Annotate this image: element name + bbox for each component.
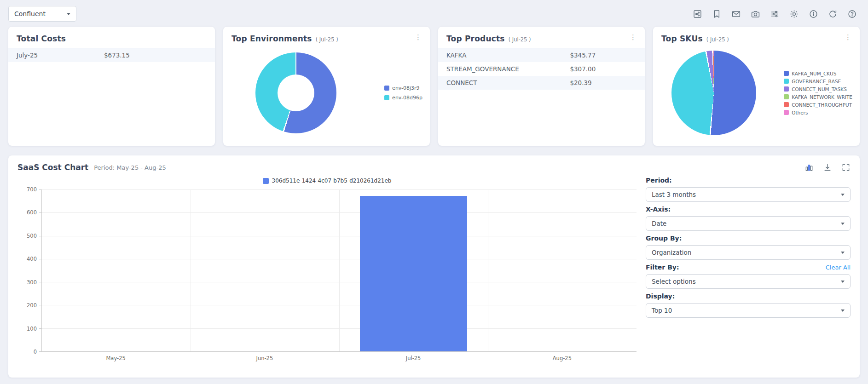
card-period-label: ( Jul-25 ) (706, 36, 729, 43)
y-tick-label: 0 (34, 349, 37, 355)
topbar: Confluent (0, 0, 868, 27)
mail-icon[interactable] (731, 9, 741, 19)
saas-chart-legend[interactable]: 306d511e-1424-4c07-b7b5-d210261d21eb (17, 178, 637, 184)
legend-label: KAFKA_NUM_CKUS (792, 71, 836, 76)
display-select-value: Top 10 (652, 307, 672, 314)
saas-chart-title: SaaS Cost Chart (17, 163, 88, 172)
row-label: KAFKA (446, 52, 570, 59)
kebab-menu-icon[interactable]: ⋮ (415, 34, 422, 41)
download-icon[interactable] (823, 163, 832, 172)
group-by-label: Group By: (646, 235, 851, 242)
legend-item[interactable]: CONNECT_NUM_TASKS (784, 86, 852, 92)
toolbar-icon-row (693, 9, 857, 19)
filter-by-label: Filter By: (646, 264, 679, 271)
chart-controls-panel: Period: Last 3 months X-Axis: Date Group… (646, 176, 851, 361)
y-tick-label: 400 (27, 256, 37, 262)
bar-Jul-25[interactable] (360, 196, 467, 351)
fullscreen-icon[interactable] (841, 163, 851, 172)
y-tick-label: 700 (27, 186, 37, 193)
kebab-menu-icon[interactable]: ⋮ (630, 34, 637, 41)
clear-all-link[interactable]: Clear All (826, 264, 851, 271)
group-by-select[interactable]: Organization (646, 245, 851, 260)
top-products-card: Top Products ( Jul-25 ) ⋮ KAFKA$345.77ST… (438, 27, 645, 146)
saas-cost-chart-card: SaaS Cost Chart Period: May-25 - Aug-25 … (8, 155, 860, 378)
y-axis-labels: 0100200300400500600700 (17, 189, 41, 352)
bookmark-icon[interactable] (712, 9, 722, 19)
skus-pie-chart[interactable] (671, 51, 756, 135)
environments-legend: env-08j3r9env-08d96p (384, 81, 422, 104)
legend-item[interactable]: CONNECT_THROUGHPUT (784, 102, 852, 108)
period-select[interactable]: Last 3 months (646, 187, 851, 202)
help-icon[interactable] (847, 9, 857, 19)
kebab-menu-icon[interactable]: ⋮ (845, 34, 851, 41)
chevron-down-icon (841, 223, 845, 225)
card-title: Top Products (446, 34, 505, 43)
legend-label: KAFKA_NETWORK_WRITE (792, 94, 852, 100)
y-tick-label: 500 (27, 233, 37, 239)
chevron-down-icon (67, 13, 70, 15)
summary-cards-row: Total Costs July-25$673.15 Top Environme… (0, 27, 868, 146)
saas-chart-area: 306d511e-1424-4c07-b7b5-d210261d21eb 010… (17, 176, 646, 361)
legend-item[interactable]: env-08d96p (384, 95, 422, 101)
legend-swatch (263, 178, 269, 184)
skus-legend: KAFKA_NUM_CKUSGOVERNANCE_BASECONNECT_NUM… (784, 69, 852, 118)
legend-label: CONNECT_THROUGHPUT (792, 102, 852, 108)
gear-icon[interactable] (789, 9, 799, 19)
legend-swatch (784, 79, 789, 84)
legend-item[interactable]: Others (784, 110, 852, 115)
x-axis-labels: May-25Jun-25Jul-25Aug-25 (41, 355, 637, 361)
card-title: Top SKUs (661, 34, 703, 43)
legend-swatch (784, 86, 789, 92)
legend-label: GOVERNANCE_BASE (792, 79, 841, 84)
legend-label: Others (792, 110, 808, 115)
legend-swatch (384, 95, 389, 100)
period-select-value: Last 3 months (652, 191, 696, 198)
filter-by-select[interactable]: Select options (646, 274, 851, 289)
sliders-icon[interactable] (770, 9, 780, 19)
table-row: July-25$673.15 (8, 48, 215, 62)
refresh-icon[interactable] (828, 9, 838, 19)
top-skus-card: Top SKUs ( Jul-25 ) ⋮ KAFKA_NUM_CKUSGOVE… (653, 27, 860, 146)
x-tick-label: May-25 (41, 355, 190, 361)
row-value: $20.39 (570, 79, 591, 86)
legend-item[interactable]: GOVERNANCE_BASE (784, 79, 852, 84)
x-axis-label: X-Axis: (646, 206, 851, 213)
display-label: Display: (646, 292, 851, 300)
table-row: CONNECT$20.39 (438, 76, 645, 90)
org-selector-dropdown[interactable]: Confluent (8, 6, 76, 22)
row-label: STREAM_GOVERNANCE (446, 65, 570, 73)
y-tick-label: 600 (27, 209, 37, 216)
x-tick-label: Jul-25 (339, 355, 488, 361)
legend-swatch (384, 86, 389, 91)
bar-chart-plot (41, 189, 637, 352)
total-costs-table: July-25$673.15 (8, 48, 215, 62)
info-icon[interactable] (809, 9, 818, 19)
card-period-label: ( Jul-25 ) (316, 36, 338, 43)
top-environments-card: Top Environments ( Jul-25 ) ⋮ env-08j3r9… (223, 27, 430, 146)
donut-hole (278, 75, 315, 112)
environments-donut-chart[interactable] (255, 52, 336, 133)
saas-chart-period: Period: May-25 - Aug-25 (94, 164, 166, 171)
x-tick-label: Aug-25 (488, 355, 637, 361)
display-select[interactable]: Top 10 (646, 303, 851, 318)
y-tick-label: 200 (27, 302, 37, 309)
x-tick-label: Jun-25 (190, 355, 339, 361)
camera-icon[interactable] (751, 9, 760, 19)
table-row: KAFKA$345.77 (438, 48, 645, 62)
row-value: $307.00 (570, 65, 596, 73)
row-value: $345.77 (570, 52, 596, 59)
legend-item[interactable]: env-08j3r9 (384, 85, 422, 91)
filter-by-select-value: Select options (652, 278, 696, 285)
card-period-label: ( Jul-25 ) (509, 36, 531, 43)
legend-swatch (784, 71, 789, 76)
legend-swatch (784, 102, 789, 107)
bar-chart-icon[interactable] (804, 163, 814, 172)
share-icon[interactable] (693, 9, 702, 19)
legend-item[interactable]: KAFKA_NUM_CKUS (784, 71, 852, 76)
x-axis-select[interactable]: Date (646, 216, 851, 231)
chevron-down-icon (841, 252, 845, 254)
legend-series-name: 306d511e-1424-4c07-b7b5-d210261d21eb (272, 178, 392, 184)
legend-item[interactable]: KAFKA_NETWORK_WRITE (784, 94, 852, 100)
legend-label: env-08d96p (392, 95, 422, 101)
x-axis-select-value: Date (652, 220, 666, 227)
